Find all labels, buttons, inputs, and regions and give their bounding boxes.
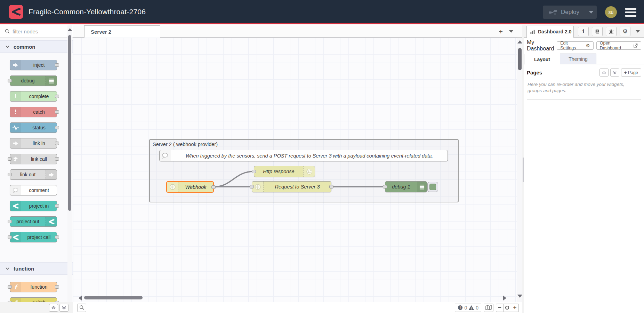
node-port-in[interactable] [252, 170, 256, 173]
zoom-reset-button[interactable] [504, 304, 511, 312]
palette-node-inject[interactable]: inject [10, 60, 57, 70]
palette-filter[interactable]: filter nodes [0, 25, 73, 38]
exclaim-icon: ! [10, 91, 21, 101]
canvas-vertical-scrollbar[interactable] [517, 38, 522, 302]
flowfuse-logo-icon [9, 5, 23, 19]
help-tab-button[interactable] [592, 27, 603, 36]
flow-group-label: Server 2 ( webhook provider) [153, 142, 218, 147]
palette-node-link-out[interactable]: link out [10, 169, 57, 180]
v-scrollbar-thumb[interactable] [518, 48, 522, 70]
info-tab-button[interactable]: i [578, 27, 589, 36]
zoom-in-button[interactable]: + [511, 304, 519, 312]
node-port-in[interactable] [8, 285, 12, 289]
palette-node-label: switch [21, 298, 57, 302]
node-port-out[interactable] [55, 110, 59, 114]
palette-node-label: catch [21, 107, 57, 117]
palette-category-function[interactable]: function [0, 262, 73, 275]
palette-node-status[interactable]: status [10, 122, 57, 133]
minimap-toggle-button[interactable] [484, 304, 493, 312]
sidebar-tab-dashboard[interactable]: Dashboard 2.0 [526, 26, 574, 38]
node-port-in[interactable] [8, 79, 12, 82]
deploy-button[interactable]: Deploy [543, 6, 597, 19]
node-port-out[interactable] [329, 185, 333, 188]
edit-settings-button[interactable]: Edit Settings ⚙ [557, 41, 594, 50]
node-port-in[interactable] [8, 157, 12, 161]
debug-enable-toggle[interactable] [427, 182, 438, 192]
expand-all-categories-button[interactable] [59, 304, 69, 312]
flow-tab-server-2[interactable]: Server 2 [84, 25, 160, 38]
notification-counts[interactable]: ! 0 ! 0 [455, 304, 481, 312]
tab-layout[interactable]: Layout [524, 54, 560, 65]
flow-list-chevron-icon[interactable] [509, 30, 513, 33]
palette-node-project-call[interactable]: project call [10, 232, 57, 242]
zoom-out-button[interactable]: − [496, 304, 504, 312]
scroll-down-icon[interactable] [517, 295, 522, 298]
palette-node-comment[interactable]: comment [10, 185, 57, 195]
palette-scrollbar[interactable] [67, 25, 72, 313]
palette-node-link-in[interactable]: link in [10, 138, 57, 149]
palette-scrollbar-thumb[interactable] [68, 35, 71, 211]
node-port-out[interactable] [55, 204, 59, 208]
move-up-button[interactable] [599, 69, 609, 77]
palette-node-complete[interactable]: !complete [10, 91, 57, 102]
flow-canvas[interactable]: Server 2 ( webhook provider) When trigge… [73, 38, 517, 302]
palette-node-debug[interactable]: debug [10, 75, 57, 86]
chevron-down-icon [6, 267, 9, 270]
debug-node[interactable]: debug 1 [385, 181, 427, 192]
palette-node-project-out[interactable]: project out [10, 216, 57, 227]
palette-node-label: complete [21, 91, 57, 101]
palette-filter-placeholder: filter nodes [13, 29, 38, 34]
palette-node-function[interactable]: ffunction [10, 282, 57, 292]
palette-category-common[interactable]: common [0, 40, 73, 53]
tab-theming[interactable]: Theming [560, 54, 596, 64]
add-page-button[interactable]: +Page [621, 69, 641, 77]
warning-icon: ! [468, 305, 474, 310]
palette-node-link-call[interactable]: link call [10, 154, 57, 164]
deploy-options-button[interactable] [585, 6, 597, 19]
scroll-left-icon[interactable] [79, 296, 82, 300]
webhook-node[interactable]: Webhook [166, 181, 214, 193]
node-port-out[interactable] [55, 285, 59, 289]
h-scrollbar-thumb[interactable] [84, 296, 143, 299]
collapse-all-categories-button[interactable] [49, 304, 58, 312]
debug-node-label: debug 1 [385, 182, 417, 192]
node-port-out[interactable] [55, 63, 59, 67]
palette-node-project-in[interactable]: project in [10, 201, 57, 211]
add-flow-button[interactable]: + [499, 28, 503, 35]
sidebar: Dashboard 2.0 i ⚙ My Dashboard Edit Sett… [524, 25, 644, 313]
node-port-out[interactable] [211, 185, 216, 189]
node-port-out[interactable] [55, 95, 59, 98]
user-avatar[interactable]: su [605, 6, 617, 18]
palette-node-switch[interactable]: switch [10, 297, 57, 302]
node-port-out[interactable] [55, 235, 59, 239]
globe-icon [167, 182, 178, 192]
debug-tab-button[interactable] [606, 27, 617, 36]
open-dashboard-button[interactable]: Open Dashboard [596, 41, 641, 50]
node-port-in[interactable] [250, 185, 254, 188]
http-response-node-label: Http response [254, 166, 303, 177]
node-port-out[interactable] [55, 157, 59, 161]
node-port-in[interactable] [8, 235, 12, 239]
node-port-in[interactable] [8, 173, 12, 176]
http-response-node[interactable]: Http response [254, 166, 315, 177]
bar-chart-icon [530, 30, 536, 34]
main-menu-button[interactable] [625, 8, 636, 17]
move-down-button[interactable] [610, 69, 619, 77]
node-port-out[interactable] [55, 126, 59, 129]
config-tab-button[interactable]: ⚙ [620, 27, 630, 36]
comment-node[interactable]: When triggered by the sensors, send a PO… [159, 150, 448, 161]
scroll-right-icon[interactable] [503, 296, 506, 300]
workspace: Server 2 + Server 2 ( webhook provider) [73, 25, 522, 313]
node-port-out[interactable] [55, 142, 59, 145]
chevron-down-icon [589, 11, 593, 14]
scroll-up-icon[interactable] [517, 40, 522, 43]
palette-node-catch[interactable]: !catch [10, 107, 57, 117]
canvas-horizontal-scrollbar[interactable] [73, 295, 517, 300]
node-port-in[interactable] [8, 220, 12, 223]
search-flows-button[interactable] [77, 304, 86, 312]
sidebar-menu-chevron-icon[interactable] [636, 30, 640, 33]
palette-node-label: project in [21, 201, 57, 211]
request-to-server3-node[interactable]: Request to Server 3 [252, 181, 331, 192]
node-port-in[interactable] [383, 185, 387, 188]
scroll-up-icon[interactable] [67, 28, 72, 31]
